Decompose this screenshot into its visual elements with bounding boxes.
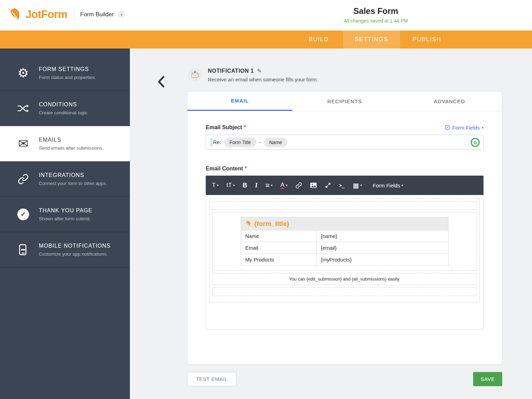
email-card-tabs: EMAIL RECIPIENTS ADVANCED xyxy=(187,91,502,111)
logo-text: JotForm xyxy=(26,8,68,21)
nav-tabs: BUILD SETTINGS PUBLISH xyxy=(294,30,454,48)
main-nav: BUILD SETTINGS PUBLISH xyxy=(0,30,532,48)
tab-publish[interactable]: PUBLISH xyxy=(400,30,454,48)
sidebar-item-desc: Form status and properties. xyxy=(39,75,96,80)
top-bar: JotForm Form Builder ▾ Sales Form All ch… xyxy=(0,0,532,30)
form-builder-dropdown-icon[interactable]: ▾ xyxy=(118,11,125,18)
chevron-down-icon: ▾ xyxy=(217,184,219,187)
empty-paragraph-row xyxy=(212,287,477,296)
chip-form-title[interactable]: Form Title xyxy=(224,138,256,147)
sidebar-item-thank-you-page[interactable]: ✓ THANK YOU PAGE Shown after form submit… xyxy=(0,197,130,232)
tab-recipients[interactable]: RECIPIENTS xyxy=(292,91,397,111)
gear-icon: ⚙ xyxy=(12,66,34,80)
chevron-down-icon: ▾ xyxy=(482,126,484,130)
expand-button[interactable] xyxy=(325,182,331,188)
insert-table-button[interactable]: ▦ ▾ xyxy=(353,181,362,189)
subject-prefix-text: Re: xyxy=(213,139,221,145)
email-content-label: Email Content* xyxy=(206,166,484,172)
sidebar-item-mobile-notifications[interactable]: MOBILE NOTIFICATIONS Customize your app … xyxy=(0,232,130,267)
email-subject-input[interactable]: Re: Form Title - Name G xyxy=(206,135,484,150)
email-settings-card: EMAIL RECIPIENTS ADVANCED Email Subject* xyxy=(187,91,502,365)
sidebar-item-conditions[interactable]: CONDITIONS Create conditional logic. xyxy=(0,91,130,126)
form-fields-dropdown[interactable]: Form Fields ▾ xyxy=(445,125,484,131)
sidebar-item-desc: Customize your app notifications. xyxy=(39,251,110,257)
table-row: Name {name} xyxy=(241,230,449,242)
jotform-logo-icon xyxy=(8,8,21,21)
chevron-down-icon: ▾ xyxy=(286,184,287,187)
insert-image-button[interactable] xyxy=(310,182,317,188)
code-view-button[interactable]: >_ xyxy=(339,183,345,188)
notification-header: NOTIFICATION 1 ✎ Receive an email when s… xyxy=(188,68,318,82)
save-button[interactable]: SAVE xyxy=(473,372,502,386)
tab-email[interactable]: EMAIL xyxy=(187,91,292,111)
mobile-icon xyxy=(12,244,34,256)
text-cursor xyxy=(210,138,213,147)
app-name: Form Builder xyxy=(80,11,114,18)
edit-pencil-icon[interactable]: ✎ xyxy=(257,68,261,74)
divider xyxy=(74,8,74,21)
main-content: NOTIFICATION 1 ✎ Receive an email when s… xyxy=(130,48,532,399)
toolbar-form-fields-dropdown[interactable]: Form Fields ▾ xyxy=(373,183,403,188)
sidebar-item-form-settings[interactable]: ⚙ FORM SETTINGS Form status and properti… xyxy=(0,55,130,91)
required-asterisk: * xyxy=(245,166,247,171)
font-family-button[interactable]: T ▾ xyxy=(212,182,219,189)
sidebar-item-desc: Shown after form submit. xyxy=(39,216,92,221)
email-content-editor[interactable]: {form_title} Name {name} Email {email} xyxy=(206,195,484,329)
chip-separator: - xyxy=(259,140,261,145)
check-circle-icon: ✓ xyxy=(12,209,34,220)
table-section: {form_title} Name {name} Email {email} xyxy=(212,212,477,271)
jotform-settings-page: JotForm Form Builder ▾ Sales Form All ch… xyxy=(0,0,532,399)
sidebar-item-title: MOBILE NOTIFICATIONS xyxy=(39,243,110,249)
shuffle-icon xyxy=(12,103,34,114)
envelope-icon: ✉ xyxy=(12,136,34,151)
chevron-down-icon: ▾ xyxy=(271,184,273,187)
settings-sidebar: ⚙ FORM SETTINGS Form status and properti… xyxy=(0,48,130,399)
font-size-button[interactable]: tT ▾ xyxy=(227,182,235,189)
sidebar-item-desc: Connect your form to other apps. xyxy=(39,181,107,186)
link-chain-icon xyxy=(445,125,450,130)
chevron-down-icon: ▾ xyxy=(233,184,235,187)
back-button[interactable] xyxy=(157,76,165,88)
chevron-down-icon: ▾ xyxy=(360,184,362,187)
chip-name[interactable]: Name xyxy=(264,138,287,147)
sidebar-item-emails[interactable]: ✉ EMAILS Send emails after submissions. xyxy=(0,126,130,161)
jotform-logo-small-icon xyxy=(245,221,251,227)
email-subject-label: Email Subject* xyxy=(206,124,246,131)
sidebar-item-title: CONDITIONS xyxy=(39,101,89,108)
form-fields-link-label: Form Fields xyxy=(452,125,480,131)
tab-advanced[interactable]: ADVANCED xyxy=(397,91,502,111)
rich-text-toolbar: T ▾ tT ▾ B I ≡ ▾ A ▾ xyxy=(206,176,484,195)
editor-template-block: {form_title} Name {name} Email {email} xyxy=(210,198,480,302)
font-color-button[interactable]: A ▾ xyxy=(281,182,287,189)
test-email-button[interactable]: TEST EMAIL xyxy=(187,372,237,386)
required-asterisk: * xyxy=(244,124,246,130)
bold-button[interactable]: B xyxy=(243,182,247,189)
italic-button[interactable]: I xyxy=(255,182,258,189)
logo: JotForm Form Builder ▾ xyxy=(8,8,125,21)
page-title: Sales Form xyxy=(344,6,408,16)
sidebar-item-title: THANK YOU PAGE xyxy=(39,207,92,214)
chevron-down-icon: ▾ xyxy=(401,184,403,187)
grammarly-icon[interactable]: G xyxy=(471,138,480,147)
notification-title: NOTIFICATION 1 xyxy=(208,68,254,74)
tab-settings[interactable]: SETTINGS xyxy=(343,30,400,48)
sidebar-item-title: FORM SETTINGS xyxy=(39,66,96,72)
sidebar-item-desc: Create conditional logic. xyxy=(39,110,89,115)
table-row: My Products {myProducts} xyxy=(241,254,449,266)
sidebar-item-integrations[interactable]: INTEGRATIONS Connect your form to other … xyxy=(0,161,130,197)
align-button[interactable]: ≡ ▾ xyxy=(266,181,273,189)
tab-build[interactable]: BUILD xyxy=(294,30,343,48)
insert-link-button[interactable] xyxy=(295,182,302,189)
table-header: {form_title} xyxy=(241,217,449,230)
notification-subtitle: Receive an email when someone fills your… xyxy=(208,77,318,82)
form-title-token: {form_title} xyxy=(254,220,289,228)
sidebar-item-title: EMAILS xyxy=(39,137,104,143)
sidebar-item-desc: Send emails after submissions. xyxy=(39,145,104,151)
table-row: Email {email} xyxy=(241,242,449,254)
notification-email-icon xyxy=(188,68,202,81)
save-status: All changes saved at 1:44 PM xyxy=(344,18,408,24)
empty-paragraph-row xyxy=(212,201,477,210)
editor-footer-text: You can {edit_submission} and {all_submi… xyxy=(212,273,477,285)
submission-table: {form_title} Name {name} Email {email} xyxy=(241,217,449,266)
link-icon xyxy=(12,174,34,185)
